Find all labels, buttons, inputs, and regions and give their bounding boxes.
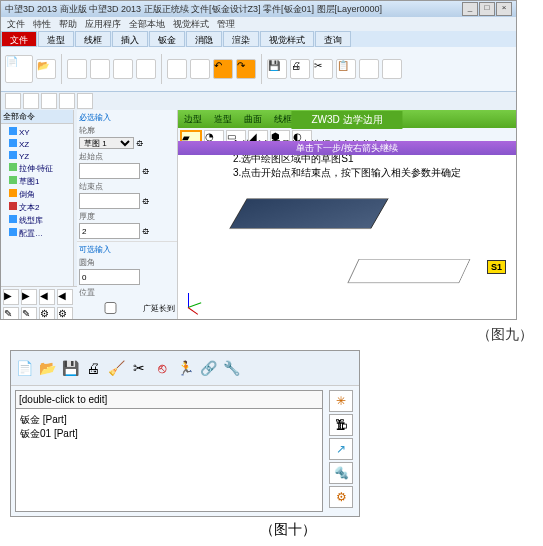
- window-titlebar: 中望3D 2013 商业版 中望3D 2013 正版正统续 文件[钣金设计Z3]…: [1, 1, 516, 17]
- list-item[interactable]: 钣金 [Part]: [20, 413, 318, 427]
- tool-icon[interactable]: [190, 59, 210, 79]
- gtab[interactable]: 边型: [178, 111, 208, 128]
- tutorial-tabs[interactable]: 边型 造型 曲面 线框 插入 钣金 模具设计 ZW3D 边学边用: [178, 110, 516, 128]
- menu-props[interactable]: 特性: [33, 18, 51, 31]
- tree-item[interactable]: XZ: [3, 138, 71, 150]
- tool-icon[interactable]: [359, 59, 379, 79]
- tree-item[interactable]: YZ: [3, 150, 71, 162]
- thick-input[interactable]: [79, 223, 140, 239]
- tray-icon[interactable]: ⚙: [39, 307, 55, 320]
- tool-icon[interactable]: 🔧: [221, 358, 241, 378]
- tray-icon[interactable]: ✎: [21, 307, 37, 320]
- person-icon[interactable]: 🏃: [175, 358, 195, 378]
- tray-icon[interactable]: ▶: [21, 289, 37, 305]
- separator: [261, 54, 262, 84]
- tab-render[interactable]: 渲染: [223, 31, 259, 47]
- menu-file[interactable]: 文件: [7, 18, 25, 31]
- close-button[interactable]: ×: [496, 2, 512, 16]
- pick-icon[interactable]: ⯐: [142, 167, 150, 176]
- menu-visual[interactable]: 视觉样式: [173, 18, 209, 31]
- bolt-icon[interactable]: 🔩: [329, 462, 353, 484]
- redo-icon[interactable]: ↷: [236, 59, 256, 79]
- menu-bar[interactable]: 文件 特性 帮助 应用程序 全部本地 视觉样式 管理: [1, 17, 516, 31]
- menu-app[interactable]: 应用程序: [85, 18, 121, 31]
- radius-input[interactable]: [79, 269, 140, 285]
- tool-icon[interactable]: [41, 93, 57, 109]
- menu-help[interactable]: 帮助: [59, 18, 77, 31]
- tool-icon[interactable]: [136, 59, 156, 79]
- minimize-button[interactable]: _: [462, 2, 478, 16]
- cut-icon[interactable]: ✂: [313, 59, 333, 79]
- profile-select[interactable]: 草图 1: [79, 137, 134, 149]
- clamp-icon[interactable]: 🗜: [329, 414, 353, 436]
- tab-shape[interactable]: 造型: [38, 31, 74, 47]
- sketch-wireframe[interactable]: [347, 259, 470, 283]
- tab-sheetmetal[interactable]: 钣金: [149, 31, 185, 47]
- viewport[interactable]: 边型 造型 曲面 线框 插入 钣金 模具设计 ZW3D 边学边用 ▰ ◔ ▭ ◢…: [178, 110, 516, 320]
- part-list[interactable]: 钣金 [Part] 钣金01 [Part]: [16, 409, 322, 445]
- tool-icon[interactable]: [77, 93, 93, 109]
- tree-item[interactable]: 拉伸·特征: [3, 162, 71, 175]
- tree-item[interactable]: 线型库: [3, 214, 71, 227]
- tool-icon[interactable]: [382, 59, 402, 79]
- gtab[interactable]: 造型: [208, 111, 238, 128]
- tab-hide[interactable]: 消隐: [186, 31, 222, 47]
- tab-file[interactable]: 文件: [1, 31, 37, 47]
- tool-icon[interactable]: [113, 59, 133, 79]
- exit-icon[interactable]: ⎋: [152, 358, 172, 378]
- paste-icon[interactable]: 📋: [336, 59, 356, 79]
- print-icon[interactable]: 🖨: [290, 59, 310, 79]
- pick-icon[interactable]: ⯐: [136, 139, 144, 148]
- maximize-button[interactable]: □: [479, 2, 495, 16]
- menu-manage[interactable]: 管理: [217, 18, 235, 31]
- ribbon-tabs[interactable]: 文件 造型 线框 插入 钣金 消隐 渲染 视觉样式 查询: [1, 31, 516, 47]
- tool-icon[interactable]: [67, 59, 87, 79]
- save-icon[interactable]: 💾: [60, 358, 80, 378]
- tray-icon[interactable]: ▶: [3, 289, 19, 305]
- menu-local[interactable]: 全部本地: [129, 18, 165, 31]
- tool-icon[interactable]: [5, 93, 21, 109]
- tab-vstyle[interactable]: 视觉样式: [260, 31, 314, 47]
- tree-item[interactable]: 倒角: [3, 188, 71, 201]
- end-input[interactable]: [79, 193, 140, 209]
- erase-icon[interactable]: 🧹: [106, 358, 126, 378]
- tool-icon[interactable]: [23, 93, 39, 109]
- gtab[interactable]: 曲面: [238, 111, 268, 128]
- tray-icon[interactable]: ⚙: [57, 307, 73, 320]
- tree-item[interactable]: XY: [3, 126, 71, 138]
- tool-icon[interactable]: [167, 59, 187, 79]
- tutorial-next-bar[interactable]: 单击下一步/按右箭头继续: [178, 141, 516, 155]
- tree-item[interactable]: 文本2: [3, 201, 71, 214]
- open-icon[interactable]: 📂: [37, 358, 57, 378]
- tab-query[interactable]: 查询: [315, 31, 351, 47]
- print-icon[interactable]: 🖨: [83, 358, 103, 378]
- cut-icon[interactable]: ✂: [129, 358, 149, 378]
- start-input[interactable]: [79, 163, 140, 179]
- undo-icon[interactable]: ↶: [213, 59, 233, 79]
- feature-tree[interactable]: XY XZ YZ 拉伸·特征 草图1 倒角 文本2 线型库 配置…: [1, 124, 73, 242]
- left-column: 全部命令 XY XZ YZ 拉伸·特征 草图1 倒角 文本2 线型库 配置… ▶…: [1, 110, 77, 320]
- open-icon[interactable]: 📂: [36, 59, 56, 79]
- tab-insert[interactable]: 插入: [112, 31, 148, 47]
- edit-hint[interactable]: [double-click to edit]: [16, 391, 322, 409]
- gear-icon[interactable]: ⚙: [329, 486, 353, 508]
- tool-icon[interactable]: [90, 59, 110, 79]
- pick-icon[interactable]: ⯐: [142, 197, 150, 206]
- tray-icon[interactable]: ✎: [3, 307, 19, 320]
- tool-icon[interactable]: [59, 93, 75, 109]
- tree-item[interactable]: 草图1: [3, 175, 71, 188]
- extend-checkbox[interactable]: [83, 302, 138, 314]
- pick-icon[interactable]: ⯐: [142, 227, 150, 236]
- axis-icon[interactable]: ↗: [329, 438, 353, 460]
- new-icon[interactable]: 📄: [5, 55, 33, 83]
- tray-icon[interactable]: ◀: [57, 289, 73, 305]
- link-icon[interactable]: 🔗: [198, 358, 218, 378]
- new-icon[interactable]: 📄: [14, 358, 34, 378]
- snap-icon[interactable]: ✳: [329, 390, 353, 412]
- list-item[interactable]: 钣金01 [Part]: [20, 427, 318, 441]
- save-icon[interactable]: 💾: [267, 59, 287, 79]
- tree-item[interactable]: 配置…: [3, 227, 71, 240]
- sheet-metal-solid[interactable]: [229, 198, 388, 228]
- tab-wire[interactable]: 线框: [75, 31, 111, 47]
- tray-icon[interactable]: ◀: [39, 289, 55, 305]
